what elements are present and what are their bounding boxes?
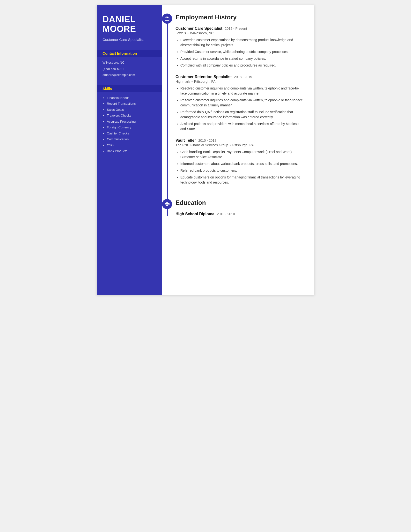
job-bullets: Exceeded customer expectations by demons… <box>176 38 305 68</box>
edu-dates: 2010 - 2010 <box>217 212 235 216</box>
candidate-title: Customer Care Specialist <box>103 37 156 42</box>
bullet-item: Provided Customer service, while adherin… <box>180 49 305 54</box>
company-name: The PNC Financial Services Group <box>176 143 228 147</box>
job-title-line: Customer Care Specialist2019 - Present <box>176 26 305 31</box>
job-block: Vault Teller2010 - 2018The PNC Financial… <box>176 138 305 185</box>
skill-item: Cashier Checks <box>107 131 156 136</box>
education-container: High School Diploma2010 - 2010 <box>176 212 305 216</box>
contact-section: Contact Information Wilkesboro, NC (770)… <box>103 50 156 77</box>
skill-item: Sales Goals <box>107 107 156 112</box>
company-location: Pittsburgh, PA <box>194 80 215 83</box>
bullet-item: Educate customers on options for managin… <box>180 175 305 185</box>
employment-icon <box>162 14 172 24</box>
skill-item: Financial Needs <box>107 95 156 100</box>
timeline: Employment History Customer Care Special… <box>162 14 305 216</box>
job-title: Customer Retention Specialist <box>176 75 232 79</box>
contact-email: dmoore@example.com <box>103 73 156 77</box>
education-block: High School Diploma2010 - 2010 <box>176 212 305 216</box>
skills-section-title: Skills <box>97 85 162 92</box>
separator: • <box>230 143 231 147</box>
bullet-item: Resolved customer inquiries and complain… <box>180 86 305 96</box>
bullet-item: Exceeded customer expectations by demons… <box>180 38 305 48</box>
bullet-item: Accept returns in accordance to stated c… <box>180 56 305 61</box>
job-dates: 2018 - 2019 <box>234 75 252 79</box>
bullet-item: Cash handling Bank Deposits Payments Com… <box>180 150 305 160</box>
job-bullets: Resolved customer inquiries and complain… <box>176 86 305 132</box>
edu-title-line: High School Diploma2010 - 2010 <box>176 212 305 216</box>
skills-list: Financial NeedsRecord TransactionsSales … <box>103 95 156 153</box>
edu-degree: High School Diploma <box>176 212 215 216</box>
education-icon <box>162 199 172 209</box>
main-content: Employment History Customer Care Special… <box>162 5 314 295</box>
company-location: Wilkesboro, NC <box>190 31 214 35</box>
education-header: Education <box>176 199 305 207</box>
bullet-item: Resolved customer inquiries and complain… <box>180 98 305 108</box>
sidebar: DANIEL MOORE Customer Care Specialist Co… <box>97 5 162 295</box>
resume-container: DANIEL MOORE Customer Care Specialist Co… <box>97 5 314 295</box>
skill-item: CSG <box>107 143 156 148</box>
separator: • <box>187 31 188 35</box>
bullet-item: Referred bank products to customers. <box>180 168 305 173</box>
job-dates: 2010 - 2018 <box>198 139 216 142</box>
skill-item: Communication <box>107 137 156 142</box>
job-title: Customer Care Specialist <box>176 26 223 31</box>
company-name: Highmark <box>176 80 190 83</box>
candidate-name: DANIEL MOORE <box>103 15 156 34</box>
skill-item: Accurate Processing <box>107 119 156 124</box>
separator: • <box>191 80 193 83</box>
briefcase-icon <box>164 16 170 21</box>
contact-section-title: Contact Information <box>97 50 162 57</box>
job-dates: 2019 - Present <box>225 27 247 30</box>
section-gap <box>176 192 305 199</box>
contact-city: Wilkesboro, NC <box>103 60 156 65</box>
job-company: The PNC Financial Services Group•Pittsbu… <box>176 143 305 147</box>
job-company: Highmark•Pittsburgh, PA <box>176 80 305 83</box>
employment-section-title: Employment History <box>176 14 237 21</box>
skills-section: Skills Financial NeedsRecord Transaction… <box>103 85 156 153</box>
jobs-container: Customer Care Specialist2019 - PresentLo… <box>176 26 305 185</box>
education-section-title: Education <box>176 199 206 207</box>
skill-item: Travelers Checks <box>107 113 156 118</box>
bullet-item: Performed daily QA functions on registra… <box>180 110 305 120</box>
bullet-item: Assisted patients and providers with men… <box>180 121 305 132</box>
job-block: Customer Care Specialist2019 - PresentLo… <box>176 26 305 68</box>
graduation-icon <box>164 201 170 207</box>
skill-item: Foreign Currency <box>107 125 156 130</box>
bullet-item: Informed customers about various bank pr… <box>180 161 305 166</box>
job-bullets: Cash handling Bank Deposits Payments Com… <box>176 150 305 185</box>
contact-phone: (770) 555-5981 <box>103 66 156 71</box>
skill-item: Record Transactions <box>107 101 156 106</box>
bullet-item: Complied with all company policies and p… <box>180 63 305 68</box>
company-name: Lowe's <box>176 31 186 35</box>
skill-item: Bank Products <box>107 149 156 153</box>
job-title-line: Customer Retention Specialist2018 - 2019 <box>176 75 305 79</box>
company-location: Pittsburgh, PA <box>232 143 254 147</box>
job-title-line: Vault Teller2010 - 2018 <box>176 138 305 143</box>
job-block: Customer Retention Specialist2018 - 2019… <box>176 75 305 132</box>
job-title: Vault Teller <box>176 138 196 143</box>
job-company: Lowe's•Wilkesboro, NC <box>176 31 305 35</box>
employment-header: Employment History <box>176 14 305 21</box>
